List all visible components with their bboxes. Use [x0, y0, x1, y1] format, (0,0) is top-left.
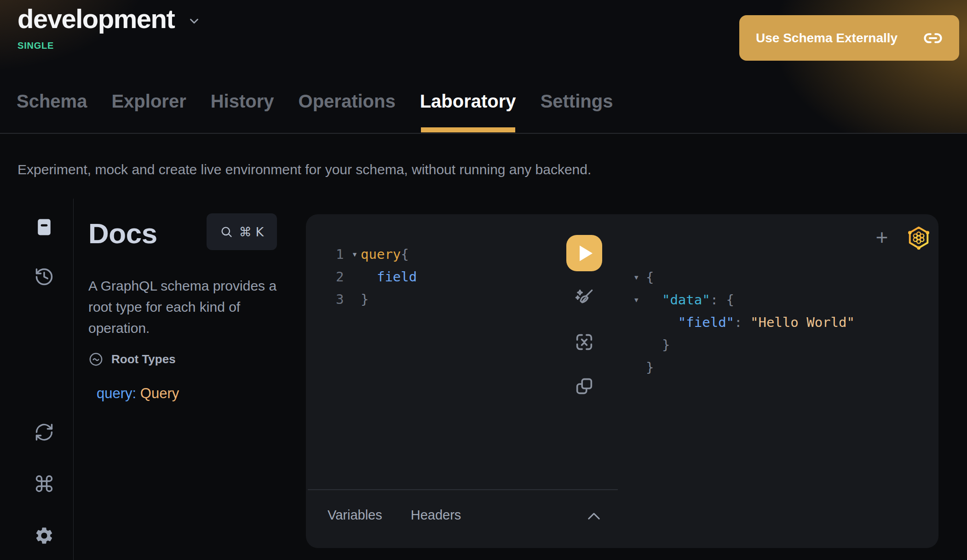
query-editor[interactable]: 1 ▼ query{ 2 field 3 }: [336, 243, 417, 311]
tab-laboratory[interactable]: Laboratory: [420, 90, 516, 112]
code-token: [646, 314, 678, 330]
code-token: }: [361, 291, 368, 307]
fold-arrow-icon[interactable]: ▼: [634, 289, 646, 311]
root-type-field-name[interactable]: query: [97, 385, 132, 401]
history-icon[interactable]: [33, 266, 55, 288]
editor-line[interactable]: 2 field: [336, 266, 417, 288]
code-token: [646, 292, 662, 308]
line-number: 2: [336, 266, 349, 288]
docs-panel-title: Docs: [88, 217, 157, 250]
docs-description: A GraphQL schema provides a root type fo…: [88, 275, 284, 339]
merge-fragments-button[interactable]: [573, 331, 595, 353]
variables-tab[interactable]: Variables: [328, 508, 382, 523]
command-shortcuts-icon[interactable]: [33, 473, 55, 495]
code-token: "Hello World": [750, 314, 855, 330]
page-title: development: [17, 4, 174, 34]
docs-search-button[interactable]: ⌘ K: [207, 213, 277, 250]
fold-arrow-icon[interactable]: ▼: [349, 243, 361, 266]
tab-settings[interactable]: Settings: [541, 90, 613, 112]
code-token: }: [646, 360, 654, 375]
response-line: "field": "Hello World": [634, 311, 855, 334]
link-icon: [923, 29, 943, 48]
code-token: {: [646, 269, 654, 285]
use-schema-externally-button[interactable]: Use Schema Externally: [739, 15, 959, 61]
copy-query-button[interactable]: [573, 375, 595, 397]
response-line: }: [634, 334, 855, 356]
editor-line[interactable]: 3 }: [336, 288, 417, 311]
editor-footer-tabs: Variables Headers: [328, 508, 461, 523]
merge-icon: [574, 331, 595, 353]
use-schema-externally-label: Use Schema Externally: [756, 31, 898, 46]
add-tab-button[interactable]: +: [871, 226, 893, 248]
laboratory-editor-panel: 1 ▼ query{ 2 field 3 }: [306, 214, 938, 548]
code-token: :: [710, 292, 726, 308]
chevron-up-icon: [587, 512, 601, 520]
tab-operations[interactable]: Operations: [299, 90, 396, 112]
response-line: ▼ {: [634, 266, 855, 289]
play-icon: [580, 246, 593, 261]
response-line: }: [634, 356, 855, 379]
root-type-type-name[interactable]: Query: [140, 385, 179, 401]
fold-arrow-icon[interactable]: ▼: [634, 266, 646, 289]
code-token: :: [734, 314, 750, 330]
code-token: field: [361, 269, 417, 285]
editor-footer-divider: [308, 489, 618, 490]
code-token: }: [646, 337, 670, 353]
collapse-footer-button[interactable]: [585, 509, 603, 523]
response-viewer: ▼ { ▼ "data": { "field": "Hello World" }…: [634, 266, 855, 379]
root-types-icon: [88, 352, 104, 367]
target-type-badge: SINGLE: [17, 40, 54, 51]
code-token: query: [361, 246, 401, 262]
code-token: "data": [662, 292, 710, 308]
page-header: development SINGLE Use Schema Externally…: [0, 0, 967, 134]
response-line: ▼ "data": {: [634, 289, 855, 311]
search-icon: [220, 225, 233, 238]
prettify-icon: [574, 287, 595, 309]
code-token: {: [401, 246, 409, 262]
copy-icon: [574, 376, 595, 397]
root-type-query-link[interactable]: query: Query: [97, 385, 179, 402]
chevron-down-icon[interactable]: [187, 14, 201, 28]
tab-history[interactable]: History: [211, 90, 274, 112]
laboratory-page: development SINGLE Use Schema Externally…: [0, 0, 967, 560]
search-shortcut-label: ⌘ K: [239, 225, 264, 239]
prettify-button[interactable]: [573, 287, 595, 309]
hive-logo-icon[interactable]: [906, 225, 932, 251]
header-tabs: Schema Explorer History Operations Labor…: [17, 90, 613, 112]
headers-tab[interactable]: Headers: [411, 508, 461, 523]
editor-line[interactable]: 1 ▼ query{: [336, 243, 417, 266]
root-types-section: Root Types: [88, 352, 176, 367]
root-type-separator: :: [132, 385, 140, 401]
tab-schema[interactable]: Schema: [17, 90, 87, 112]
line-number: 3: [336, 288, 349, 311]
line-number: 1: [336, 243, 349, 266]
target-selector[interactable]: development: [17, 4, 201, 34]
execute-query-button[interactable]: [566, 235, 602, 271]
gear-icon[interactable]: [33, 525, 55, 547]
rail-divider: [73, 199, 74, 560]
code-token: "field": [678, 314, 734, 330]
code-token: {: [726, 292, 734, 308]
tab-explorer[interactable]: Explorer: [111, 90, 186, 112]
root-types-label: Root Types: [111, 352, 176, 366]
page-subtitle: Experiment, mock and create live environ…: [17, 162, 591, 177]
docs-icon[interactable]: [33, 216, 55, 238]
reload-schema-icon[interactable]: [33, 421, 55, 443]
